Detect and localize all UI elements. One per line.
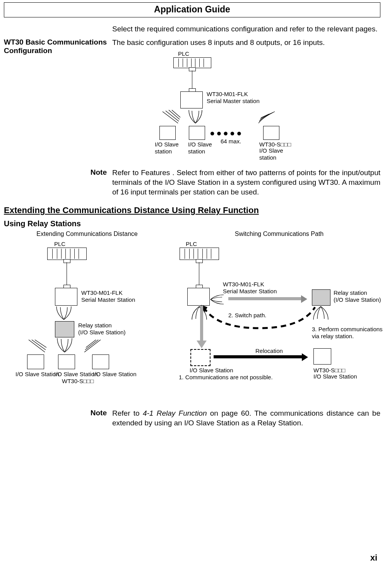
slave2-label: I/O Slave station <box>188 141 212 155</box>
relay-diagrams: Extending Communications Distance PLC WT… <box>4 231 380 407</box>
step2-label: 2. Switch path. <box>228 312 266 319</box>
max-label: 64 max. <box>221 138 241 145</box>
left-master-label: WT30-M01-FLK Serial Master Station <box>81 289 135 303</box>
slave3-label: I/O Slave station <box>259 147 283 161</box>
note-text-2: Refer to 4-1 Relay Function on page 60. … <box>112 409 380 428</box>
note-text-1: Refer to Features . Select from either o… <box>112 168 380 197</box>
section-heading-relay: Extending the Communications Distance Us… <box>4 205 380 215</box>
step3-label: 3. Perform communications via relay stat… <box>312 326 383 340</box>
side-heading-basic: WT30 Basic Communications Configuration <box>4 38 112 165</box>
basic-config-text: The basic configuration uses 8 inputs an… <box>112 38 380 48</box>
svg-rect-1 <box>200 306 203 341</box>
sub-heading-relay-stations: Using Relay Stations <box>4 219 380 228</box>
right-relay-label: Relay station (I/O Slave Station) <box>334 289 381 303</box>
svg-marker-2 <box>197 341 207 348</box>
slave1-label: I/O Slave station <box>155 141 179 155</box>
note-label-2: Note <box>4 409 112 428</box>
intro-text: Select the required communications confi… <box>112 24 380 34</box>
left-slave-b: I/O Slave Station <box>54 371 98 378</box>
relocation-label: Relocation <box>255 348 283 354</box>
step1-label: 1. Communications are not possible. <box>179 374 273 381</box>
left-slave-c: I/O Slave Station <box>93 371 137 378</box>
left-slave-a: I/O Slave Station <box>15 371 59 378</box>
master-label: WT30-M01-FLK Serial Master station <box>207 91 260 105</box>
left-relay-label: Relay station (I/O Slave Station) <box>78 322 126 336</box>
left-model-label: WT30-S□□□ <box>62 378 94 385</box>
left-caption: Extending Communications Distance <box>4 231 170 237</box>
right-plc-label: PLC <box>186 241 197 248</box>
left-plc-label: PLC <box>54 241 65 248</box>
right-master-label: WT30-M01-FLK Serial Master Station <box>223 281 277 295</box>
plc-label: PLC <box>178 50 189 57</box>
note-label-1: Note <box>4 168 112 197</box>
right-slave-b: I/O Slave Station <box>313 373 357 380</box>
page-title: Application Guide <box>4 2 380 17</box>
basic-config-diagram: PLC WT30-M01-FLK Serial Master station ●… <box>143 50 380 163</box>
right-slave-a: I/O Slave Station <box>190 367 233 374</box>
right-caption: Switching Communications Path <box>178 231 380 237</box>
page-number: xi <box>370 553 377 563</box>
